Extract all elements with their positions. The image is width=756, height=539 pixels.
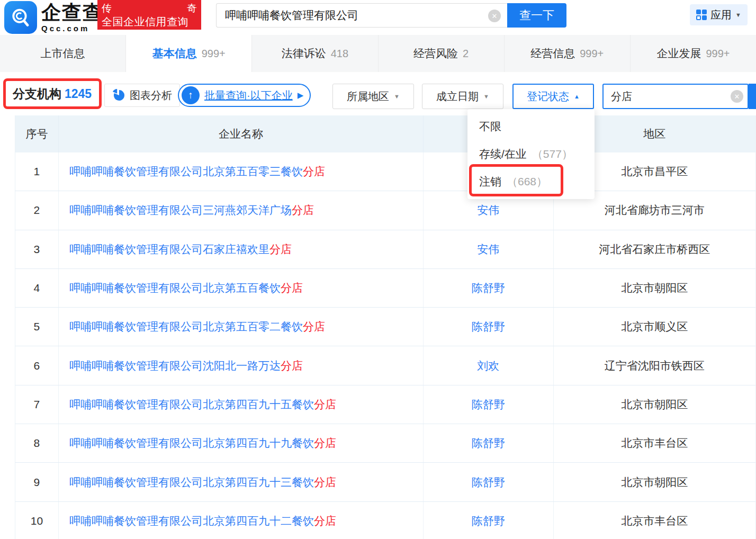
batch-query-button[interactable]: ↑ 批量查询·以下企业 ▶ (178, 84, 311, 107)
representative-link[interactable]: 陈舒野 (472, 397, 505, 412)
brand-text[interactable]: 企查查 Qcc.com (41, 3, 103, 33)
keyword-clear-icon[interactable]: ✕ (731, 90, 743, 103)
company-name-text: 呷哺呷哺餐饮管理有限公司沈阳北一路万达 (69, 360, 281, 372)
section-title-branches: 分支机构 1245 (13, 86, 92, 102)
status-option-unlimited[interactable]: 不限 (467, 113, 595, 140)
representative-link[interactable]: 陈舒野 (472, 319, 505, 334)
top-header: 企查查 Qcc.com 传 奇 全国企业信用查询 ✕ 查一下 应用 ▼ (0, 0, 756, 35)
region-text: 北京市丰台区 (554, 502, 755, 539)
table-body: 1呷哺呷哺餐饮管理有限公司北京第五百零三餐饮分店北京市昌平区2呷哺呷哺餐饮管理有… (15, 152, 755, 539)
header-company: 企业名称 (59, 115, 424, 152)
company-link[interactable]: 呷哺呷哺餐饮管理有限公司北京第四百九十九餐饮分店 (69, 436, 336, 451)
representative-link[interactable]: 陈舒野 (472, 436, 505, 451)
banner-char-left: 传 (102, 2, 112, 15)
branch-toolbar: 分支机构 1245 图表分析 ↑ 批量查询·以下企业 ▶ 所属地区 ▼ 成立日期… (0, 79, 756, 113)
company-name-text: 呷哺呷哺餐饮管理有限公司北京第四百九十二餐饮 (69, 515, 314, 527)
company-link[interactable]: 呷哺呷哺餐饮管理有限公司三河燕郊天洋广场分店 (69, 203, 314, 218)
company-cell: 呷哺呷哺餐饮管理有限公司北京第四百九十九餐饮分店 (59, 424, 424, 462)
table-row: 5呷哺呷哺餐饮管理有限公司北京第五百零二餐饮分店陈舒野北京市顺义区 (15, 308, 755, 346)
promo-banner[interactable]: 传 奇 全国企业信用查询 (97, 0, 201, 30)
representative-cell: 陈舒野 (424, 424, 554, 462)
page: 企查查 Qcc.com 传 奇 全国企业信用查询 ✕ 查一下 应用 ▼ 上市信息… (0, 0, 756, 539)
keyword-highlight: 分店 (314, 398, 336, 410)
status-option-cancelled[interactable]: 注销（668） (467, 168, 595, 195)
arrow-right-icon: ▶ (298, 91, 304, 100)
representative-link[interactable]: 陈舒野 (472, 281, 505, 295)
row-index: 5 (15, 308, 59, 346)
tab-label: 经营信息 (530, 46, 575, 61)
representative-cell: 刘欢 (424, 346, 554, 384)
company-cell: 呷哺呷哺餐饮管理有限公司三河燕郊天洋广场分店 (59, 191, 424, 229)
company-cell: 呷哺呷哺餐饮管理有限公司北京第四百九十二餐饮分店 (59, 502, 424, 539)
tab-basic-info[interactable]: 基本信息999+ (126, 35, 252, 72)
company-link[interactable]: 呷哺呷哺餐饮管理有限公司北京第五百餐饮分店 (69, 281, 303, 295)
main-search-box: ✕ (216, 3, 507, 28)
company-link[interactable]: 呷哺呷哺餐饮管理有限公司北京第五百零三餐饮分店 (69, 164, 325, 179)
company-link[interactable]: 呷哺呷哺餐饮管理有限公司北京第四百九十二餐饮分店 (69, 514, 336, 528)
row-index: 10 (15, 502, 59, 539)
company-name-text: 呷哺呷哺餐饮管理有限公司北京第五百零二餐饮 (69, 320, 303, 333)
tab-label: 基本信息 (152, 46, 197, 61)
status-option-label: 注销 (479, 174, 501, 189)
company-link[interactable]: 呷哺呷哺餐饮管理有限公司北京第四百九十五餐饮分店 (69, 397, 336, 412)
filter-status-dropdown[interactable]: 登记状态 ▲ (512, 84, 594, 109)
row-index: 7 (15, 385, 59, 424)
company-name-text: 呷哺呷哺餐饮管理有限公司石家庄禧欢里 (69, 243, 269, 255)
company-link[interactable]: 呷哺呷哺餐饮管理有限公司北京第五百零二餐饮分店 (69, 319, 325, 334)
company-cell: 呷哺呷哺餐饮管理有限公司北京第五百零三餐饮分店 (59, 152, 424, 191)
row-index: 4 (15, 269, 59, 307)
apps-button[interactable]: 应用 ▼ (690, 4, 748, 25)
search-clear-icon[interactable]: ✕ (488, 10, 501, 22)
tab-legal-litigation[interactable]: 法律诉讼418 (252, 35, 378, 72)
company-link[interactable]: 呷哺呷哺餐饮管理有限公司北京第四百九十三餐饮分店 (69, 475, 336, 490)
status-option-label: 不限 (479, 119, 501, 134)
keyword-highlight: 分店 (292, 204, 314, 216)
representative-cell: 陈舒野 (424, 269, 554, 307)
keyword-highlight: 分店 (303, 165, 325, 177)
table-row: 1呷哺呷哺餐饮管理有限公司北京第五百零三餐饮分店北京市昌平区 (15, 152, 755, 191)
tab-business-risk[interactable]: 经营风险2 (379, 35, 505, 72)
tab-company-development[interactable]: 企业发展999+ (631, 35, 756, 72)
company-cell: 呷哺呷哺餐饮管理有限公司石家庄禧欢里分店 (59, 230, 424, 268)
status-option-existing[interactable]: 存续/在业（577） (467, 140, 595, 168)
keyword-search-button-cropped[interactable] (749, 84, 756, 109)
qcc-logo[interactable] (4, 1, 37, 34)
tab-label: 上市信息 (41, 46, 85, 61)
filter-date-dropdown[interactable]: 成立日期 ▼ (422, 84, 503, 109)
company-link[interactable]: 呷哺呷哺餐饮管理有限公司沈阳北一路万达分店 (69, 358, 303, 373)
region-text: 北京市朝阳区 (554, 385, 755, 424)
keyword-highlight: 分店 (314, 515, 336, 527)
table-row: 7呷哺呷哺餐饮管理有限公司北京第四百九十五餐饮分店陈舒野北京市朝阳区 (15, 385, 755, 424)
region-text: 河北省石家庄市桥西区 (554, 230, 755, 268)
company-link[interactable]: 呷哺呷哺餐饮管理有限公司石家庄禧欢里分店 (69, 242, 292, 257)
tab-listing-info[interactable]: 上市信息 (0, 35, 126, 72)
representative-cell: 陈舒野 (424, 463, 554, 501)
tab-bar: 上市信息基本信息999+法律诉讼418经营风险2经营信息999+企业发展999+ (0, 35, 756, 72)
table-row: 3呷哺呷哺餐饮管理有限公司石家庄禧欢里分店安伟河北省石家庄市桥西区 (15, 230, 755, 269)
tab-label: 企业发展 (656, 46, 701, 61)
qcc-logo-icon (4, 1, 37, 34)
representative-link[interactable]: 安伟 (477, 203, 499, 218)
region-text: 北京市朝阳区 (554, 463, 755, 501)
company-cell: 呷哺呷哺餐饮管理有限公司北京第四百九十五餐饮分店 (59, 385, 424, 424)
representative-link[interactable]: 陈舒野 (472, 475, 505, 490)
filter-region-dropdown[interactable]: 所属地区 ▼ (332, 84, 414, 109)
company-name-text: 呷哺呷哺餐饮管理有限公司北京第五百餐饮 (69, 282, 281, 294)
promo-banner-text: 全国企业信用查询 (102, 15, 197, 29)
representative-link[interactable]: 安伟 (477, 242, 499, 257)
representative-link[interactable]: 刘欢 (477, 358, 499, 373)
chart-analysis-button[interactable]: 图表分析 (104, 84, 180, 107)
caret-up-icon: ▲ (574, 94, 580, 100)
section-count: 1245 (65, 87, 92, 101)
search-button[interactable]: 查一下 (507, 3, 566, 28)
banner-char-right: 奇 (187, 2, 197, 15)
batch-upload-icon: ↑ (182, 86, 200, 104)
status-dropdown-panel: 不限存续/在业（577）注销（668） (467, 109, 595, 199)
tab-count: 418 (331, 48, 348, 60)
representative-cell: 陈舒野 (424, 308, 554, 346)
representative-link[interactable]: 陈舒野 (472, 514, 505, 528)
tab-business-info[interactable]: 经营信息999+ (505, 35, 631, 72)
batch-query-label: 批量查询·以下企业 (204, 88, 293, 103)
search-input[interactable] (217, 4, 507, 27)
keyword-highlight: 分店 (269, 243, 292, 255)
